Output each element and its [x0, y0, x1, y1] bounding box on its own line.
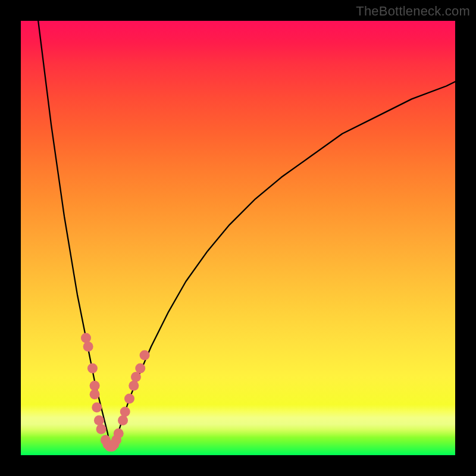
chart-frame: TheBottleneck.com — [0, 0, 476, 476]
data-marker — [107, 441, 117, 452]
marker-group — [81, 333, 150, 452]
data-marker — [94, 415, 104, 425]
data-marker — [135, 364, 145, 374]
data-marker — [101, 435, 111, 445]
data-marker — [103, 439, 113, 449]
data-marker — [120, 407, 130, 417]
data-marker — [87, 364, 98, 374]
plot-area — [21, 21, 455, 455]
data-marker — [109, 439, 119, 449]
curve-left-branch — [38, 21, 109, 446]
watermark-text: TheBottleneck.com — [356, 4, 470, 19]
chart-svg — [21, 21, 455, 455]
data-marker — [105, 441, 115, 452]
data-marker — [118, 415, 128, 425]
data-marker — [81, 333, 91, 343]
series-group — [38, 21, 455, 446]
data-marker — [92, 402, 102, 412]
data-marker — [129, 381, 139, 391]
data-marker — [131, 372, 141, 382]
data-marker — [140, 350, 150, 361]
data-marker — [124, 394, 134, 404]
data-marker — [114, 428, 124, 439]
curve-right-branch — [112, 82, 455, 446]
data-marker — [90, 381, 100, 391]
data-marker — [96, 424, 107, 434]
data-marker — [83, 342, 93, 352]
data-marker — [111, 435, 121, 445]
highlight-band — [21, 405, 455, 437]
data-marker — [90, 389, 100, 399]
